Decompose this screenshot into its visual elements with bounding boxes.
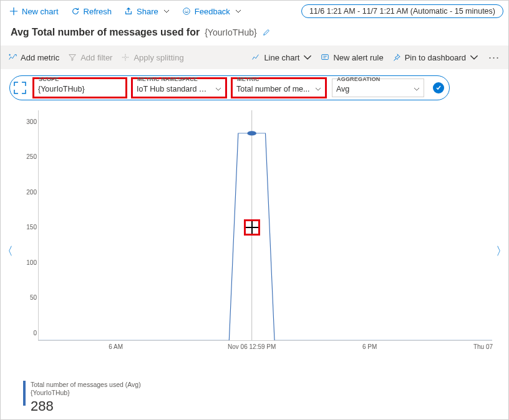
- add-metric-label: Add metric: [21, 53, 59, 62]
- share-button[interactable]: Share: [120, 4, 173, 19]
- chart-type-label: Line chart: [264, 53, 299, 62]
- chevron-down-icon: [163, 8, 170, 14]
- plus-icon: [9, 7, 18, 16]
- feedback-label: Feedback: [195, 7, 230, 16]
- line-chart-icon: [251, 53, 260, 62]
- y-tick: 100: [26, 259, 37, 265]
- smile-icon: [182, 7, 191, 16]
- more-button[interactable]: ···: [487, 51, 501, 64]
- add-filter-button: Add filter: [68, 53, 112, 62]
- pin-button[interactable]: Pin to dashboard: [392, 53, 478, 62]
- feedback-button[interactable]: Feedback: [178, 4, 245, 19]
- share-label: Share: [137, 7, 158, 16]
- metric-selector-pill: SCOPE {YourIoTHub} METRIC NAMESPACE IoT …: [9, 75, 450, 100]
- apply-splitting-label: Apply splitting: [133, 53, 183, 62]
- y-tick: 200: [26, 188, 37, 195]
- y-tick: 250: [26, 153, 37, 160]
- scope-label: SCOPE: [37, 76, 61, 82]
- time-range-label: 11/6 1:21 AM - 11/7 1:21 AM (Automatic -…: [309, 7, 495, 16]
- edit-icon[interactable]: [262, 28, 271, 37]
- next-chart-button[interactable]: 〉: [496, 244, 507, 259]
- expand-icon[interactable]: [12, 80, 27, 95]
- scope-value: {YourIoTHub}: [38, 85, 85, 93]
- cursor-marker: [244, 219, 260, 236]
- legend-current-value: 288: [31, 398, 141, 414]
- chart-type-button[interactable]: Line chart: [251, 53, 312, 62]
- x-tick: 6 PM: [362, 343, 377, 350]
- prev-chart-button[interactable]: 〈: [2, 244, 13, 259]
- svg-point-0: [183, 8, 190, 15]
- time-range-picker[interactable]: 11/6 1:21 AM - 11/7 1:21 AM (Automatic -…: [301, 4, 503, 18]
- add-filter-label: Add filter: [80, 53, 112, 62]
- alert-icon: [321, 53, 329, 62]
- legend-series-name: Total number of messages used (Avg): [31, 381, 141, 389]
- chevron-down-icon: [315, 86, 321, 92]
- chevron-down-icon: [235, 8, 241, 14]
- chevron-down-icon: [414, 86, 420, 92]
- share-icon: [124, 7, 133, 16]
- chart-area[interactable]: 050100150200250300 6 AMNov 06 12:59 PM6 …: [1, 103, 508, 358]
- aggregation-value: Avg: [336, 85, 349, 93]
- confirm-icon[interactable]: [433, 82, 444, 93]
- add-metric-button[interactable]: Add metric: [8, 53, 59, 62]
- split-icon: [121, 53, 130, 62]
- new-chart-button[interactable]: New chart: [6, 4, 62, 19]
- page-title: Avg Total number of messages used for: [11, 27, 200, 38]
- new-alert-label: New alert rule: [333, 53, 383, 62]
- metric-value: Total number of me...: [236, 85, 309, 93]
- apply-splitting-button: Apply splitting: [121, 53, 183, 62]
- chart-toolbar: Add metric Add filter Apply splitting Li…: [1, 45, 508, 69]
- y-tick: 50: [30, 294, 37, 301]
- new-chart-label: New chart: [22, 7, 59, 16]
- x-tick: 6 AM: [109, 343, 123, 350]
- aggregation-label: AGGREGATION: [336, 76, 382, 82]
- namespace-label: METRIC NAMESPACE: [136, 76, 199, 82]
- new-alert-button[interactable]: New alert rule: [321, 53, 383, 62]
- pin-icon: [392, 53, 401, 62]
- chevron-down-icon: [303, 53, 312, 62]
- refresh-button[interactable]: Refresh: [67, 4, 116, 19]
- refresh-icon: [71, 7, 80, 16]
- page-title-scope: {YourIoTHub}: [205, 27, 257, 37]
- y-tick: 150: [26, 224, 37, 231]
- metric-label: METRIC: [236, 76, 261, 82]
- chevron-down-icon: [215, 86, 221, 92]
- filter-icon: [68, 53, 77, 62]
- namespace-value: IoT Hub standard m...: [137, 85, 211, 93]
- y-tick: 300: [26, 118, 37, 125]
- legend-series-scope: {YourIoTHub}: [31, 389, 141, 397]
- refresh-label: Refresh: [84, 7, 112, 16]
- x-tick: Thu 07: [473, 343, 493, 350]
- svg-point-3: [247, 131, 256, 135]
- add-metric-icon: [8, 53, 17, 62]
- svg-rect-1: [322, 55, 329, 60]
- legend-color-bar: [23, 381, 26, 406]
- chevron-down-icon: [470, 53, 478, 62]
- legend: Total number of messages used (Avg) {You…: [23, 381, 141, 414]
- pin-label: Pin to dashboard: [405, 53, 466, 62]
- y-tick: 0: [33, 330, 37, 336]
- x-tick: Nov 06 12:59 PM: [228, 343, 276, 350]
